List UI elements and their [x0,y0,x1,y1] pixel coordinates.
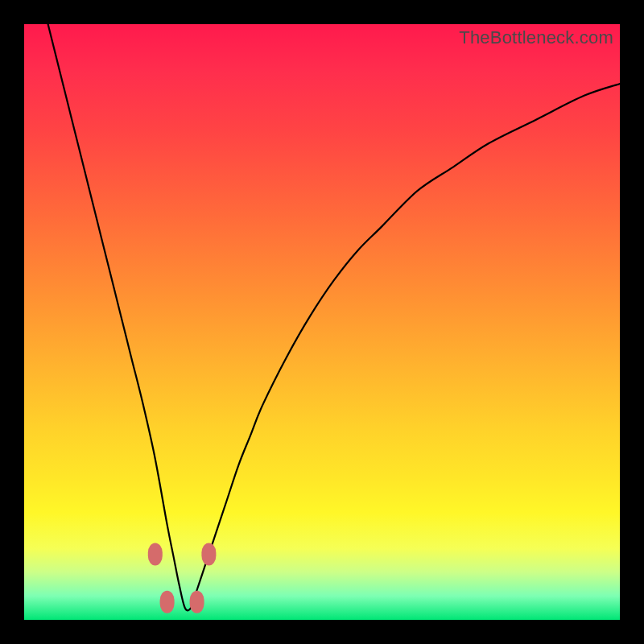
curve-marker [160,591,175,613]
watermark-text: TheBottleneck.com [459,27,613,48]
plot-area: TheBottleneck.com [24,24,620,620]
curve-marker [148,543,163,566]
curve-marker [201,543,216,566]
curve-marker [190,591,204,613]
bottleneck-curve-svg [24,24,620,620]
curve-markers [148,543,217,613]
bottleneck-curve-path [48,24,620,610]
